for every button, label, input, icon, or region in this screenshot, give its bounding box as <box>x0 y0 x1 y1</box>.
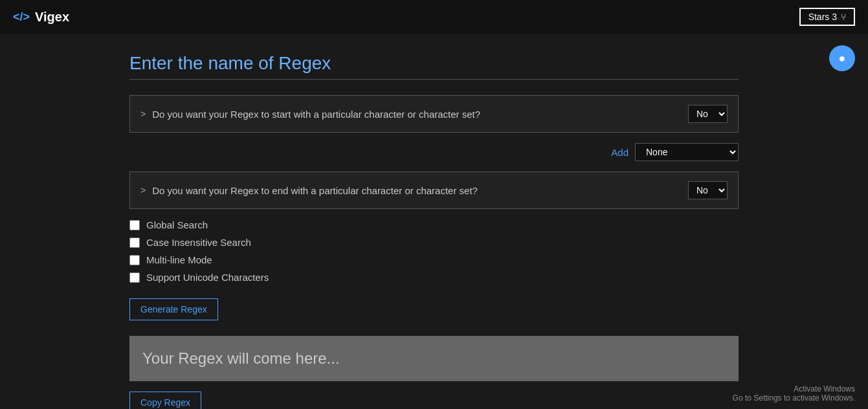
question-2-left: > Do you want your Regex to end with a p… <box>140 185 478 196</box>
stars-icon: ⑂ <box>841 12 846 22</box>
main-content: Enter the name of Regex > Do you want yo… <box>0 34 868 409</box>
checkbox-multiline-label: Multi-line Mode <box>146 254 212 265</box>
add-label: Add <box>611 147 629 158</box>
checkbox-global-search-input[interactable] <box>129 220 140 230</box>
checkbox-multiline-input[interactable] <box>129 255 140 265</box>
checkbox-unicode-label: Support Unicode Characters <box>146 272 269 283</box>
navbar: </> Vigex Stars 3 ⑂ <box>0 0 868 34</box>
copy-regex-button[interactable]: Copy Regex <box>129 392 201 409</box>
checkbox-multiline[interactable]: Multi-line Mode <box>129 254 739 265</box>
logo-icon: </> <box>13 10 30 24</box>
checkbox-unicode-input[interactable] <box>129 272 140 283</box>
chevron-1-icon: > <box>140 109 146 119</box>
add-select[interactable]: None Digits Letters Alphanumeric Whitesp… <box>635 143 739 161</box>
checkbox-global-search[interactable]: Global Search <box>129 219 739 230</box>
checkbox-unicode[interactable]: Support Unicode Characters <box>129 272 739 283</box>
generate-regex-button[interactable]: Generate Regex <box>129 298 218 320</box>
regex-output-text: Your Regex will come here... <box>142 349 340 368</box>
question-2-text: Do you want your Regex to end with a par… <box>152 185 478 196</box>
checkbox-case-insensitive-input[interactable] <box>129 238 140 248</box>
checkbox-case-insensitive[interactable]: Case Insensitive Search <box>129 237 739 248</box>
page-title: Enter the name of Regex <box>129 53 739 74</box>
question-1-select[interactable]: No Yes <box>688 105 728 123</box>
checkbox-case-insensitive-label: Case Insensitive Search <box>146 237 251 248</box>
question-1-left: > Do you want your Regex to start with a… <box>140 109 480 120</box>
checkbox-group: Global Search Case Insensitive Search Mu… <box>129 219 739 283</box>
stars-button[interactable]: Stars 3 ⑂ <box>799 8 855 26</box>
stars-label: Stars 3 <box>808 12 837 22</box>
question-box-1: > Do you want your Regex to start with a… <box>129 95 739 133</box>
add-row: Add None Digits Letters Alphanumeric Whi… <box>129 143 739 161</box>
question-1-text: Do you want your Regex to start with a p… <box>152 109 480 120</box>
question-box-2: > Do you want your Regex to end with a p… <box>129 171 739 209</box>
regex-output: Your Regex will come here... <box>129 336 739 381</box>
checkbox-global-search-label: Global Search <box>146 219 208 230</box>
question-2-select[interactable]: No Yes <box>688 181 728 199</box>
chevron-2-icon: > <box>140 185 146 195</box>
title-divider <box>129 79 739 80</box>
app-name: Vigex <box>35 10 69 25</box>
logo: </> Vigex <box>13 10 69 25</box>
